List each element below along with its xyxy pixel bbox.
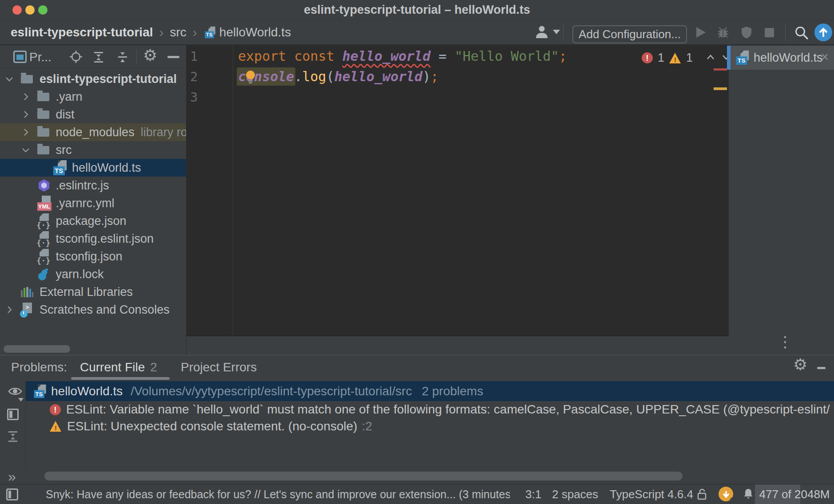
breadcrumb-project[interactable]: eslint-typescript-tutorial (11, 25, 153, 39)
json-icon: {·} (37, 213, 52, 228)
user-account-button[interactable] (534, 24, 560, 39)
tree-item-dist[interactable]: dist (0, 106, 186, 123)
plugin-update-icon[interactable]: ⚙ (719, 487, 733, 501)
code-line[interactable]: export const hello_world = "Hello World"… (238, 46, 567, 67)
project-panel-title[interactable]: Pr... (29, 50, 52, 64)
hide-panel-button[interactable] (167, 56, 179, 58)
tree-item-yarn-lock[interactable]: yarn.lock (0, 265, 186, 283)
status-message[interactable]: Snyk: Have any ideas or feedback for us?… (46, 484, 510, 504)
folder-icon (37, 110, 52, 119)
chevron-right-icon[interactable] (21, 127, 37, 137)
yml-icon: YML (37, 196, 52, 211)
tree-item-label: .yarnrc.yml (56, 197, 115, 210)
typescript-file-icon: TS (34, 384, 46, 398)
stop-button[interactable] (765, 28, 774, 37)
arrow-up-icon (818, 27, 828, 38)
intention-bulb-icon[interactable] (244, 70, 257, 86)
tree-item-src[interactable]: src (0, 141, 186, 159)
breadcrumb-folder[interactable]: src (170, 25, 186, 39)
line-number: 2 (190, 67, 203, 87)
tree-item-tsconfig-eslint-json[interactable]: {·}tsconfig.eslint.json (0, 230, 186, 248)
titlebar: eslint-typescript-tutorial – helloWorld.… (0, 0, 834, 20)
view-options-button[interactable] (8, 386, 23, 399)
chevron-down-icon[interactable] (4, 74, 21, 84)
caret-position-widget[interactable]: 3:1 (525, 484, 541, 504)
tree-item-scratches-and-consoles[interactable]: >Scratches and Consoles (0, 301, 186, 319)
run-button[interactable] (696, 27, 706, 38)
tree-item--yarnrc-yml[interactable]: YML.yarnrc.yml (0, 194, 186, 212)
chevron-down-icon[interactable] (21, 145, 37, 155)
debug-button[interactable] (717, 26, 729, 41)
warning-stripe-mark[interactable] (714, 87, 727, 90)
error-stripe-mark[interactable] (714, 68, 727, 71)
tab-current-file[interactable]: Current File2 (80, 360, 157, 374)
previous-problem-button[interactable] (705, 51, 716, 65)
tree-item-eslint-typescript-tutorial[interactable]: eslint-typescript-tutorial (0, 70, 186, 88)
tree-item-tsconfig-json[interactable]: {·}tsconfig.json (0, 248, 186, 265)
tab-helloworld[interactable]: TS helloWorld.ts × (727, 46, 834, 70)
gear-icon[interactable]: ⚙ (143, 47, 157, 63)
tab-project-errors[interactable]: Project Errors (181, 360, 257, 374)
close-icon[interactable]: × (821, 49, 829, 64)
run-with-coverage-button[interactable] (741, 26, 752, 41)
indent-widget[interactable]: 2 spaces (552, 484, 598, 504)
close-window-button[interactable] (12, 5, 22, 15)
typescript-file-icon: TS (736, 51, 749, 65)
locate-file-icon[interactable] (69, 50, 83, 65)
code-area[interactable]: export const hello_world = "Hello World"… (233, 45, 729, 335)
problems-panel-label: Problems: (11, 360, 67, 374)
collapse-all-icon[interactable] (116, 51, 129, 65)
hidden-toolbar-icon[interactable]: » (8, 469, 16, 485)
open-preview-button[interactable] (7, 409, 19, 420)
tree-item-external-libraries[interactable]: External Libraries (0, 283, 186, 301)
warning-icon (50, 421, 62, 432)
zoom-window-button[interactable] (38, 5, 48, 15)
typescript-version-widget[interactable]: TypeScript 4.6.4 (610, 484, 693, 504)
add-configuration-button[interactable]: Add Configuration... (572, 25, 687, 43)
tree-item-node-modules[interactable]: node_moduleslibrary root (0, 123, 186, 141)
problem-file-row[interactable]: TS helloWorld.ts /Volumes/v/yytypescript… (26, 381, 834, 401)
problem-row-warning[interactable]: ESLint: Unexpected console statement. (n… (26, 418, 834, 435)
code-line[interactable]: console.log(hello_world); (238, 67, 439, 87)
problems-panel: Problems: Current File2 Project Errors ⚙… (0, 355, 834, 469)
chevron-right-icon[interactable] (4, 305, 21, 315)
tree-item--eslintrc-js[interactable]: .eslintrc.js (0, 177, 186, 194)
chevron-right-icon[interactable] (21, 92, 37, 102)
breadcrumb: eslint-typescript-tutorial › src › TS he… (11, 20, 291, 44)
hide-panel-button[interactable] (817, 367, 826, 369)
error-icon (50, 404, 61, 415)
problem-message: ESLint: Variable name `hello_world` must… (66, 402, 830, 417)
inspection-widget: 1 1 (642, 51, 731, 65)
expand-all-icon[interactable] (92, 51, 105, 65)
update-available-button[interactable] (814, 24, 832, 41)
error-icon (642, 52, 653, 63)
tool-windows-icon[interactable] (6, 488, 18, 500)
notifications-bell-icon[interactable] (743, 488, 754, 503)
editor[interactable]: 123 export const hello_world = "Hello Wo… (187, 45, 729, 336)
tree-item-package-json[interactable]: {·}package.json (0, 212, 186, 230)
project-tree: eslint-typescript-tutorial.yarndistnode_… (0, 70, 186, 319)
eye-icon (8, 386, 23, 397)
horizontal-scrollbar[interactable] (44, 472, 683, 480)
gear-icon[interactable]: ⚙ (793, 357, 807, 373)
project-horizontal-scrollbar[interactable] (4, 345, 70, 353)
breadcrumb-file[interactable]: helloWorld.ts (219, 25, 291, 39)
project-view-icon[interactable] (13, 51, 27, 65)
expand-all-button[interactable] (7, 431, 19, 444)
chevron-down-icon (18, 398, 24, 402)
eslint-icon (37, 178, 52, 193)
problem-line-reference: :2 (362, 419, 372, 433)
project-panel-header: Pr... ⚙ (0, 45, 186, 68)
tree-item-helloworld-ts[interactable]: TShelloWorld.ts (0, 159, 186, 177)
json-icon: {·} (37, 249, 52, 264)
warning-count: 1 (686, 51, 693, 65)
lock-icon[interactable] (696, 488, 708, 504)
tree-item-label: yarn.lock (56, 268, 104, 281)
memory-indicator[interactable]: 477 of 2048M (755, 484, 834, 504)
search-everywhere-button[interactable] (794, 25, 809, 42)
tree-item--yarn[interactable]: .yarn (0, 88, 186, 106)
minimize-window-button[interactable] (25, 5, 35, 15)
more-options-icon[interactable]: ⋮ (778, 333, 793, 350)
chevron-right-icon[interactable] (21, 110, 37, 119)
problem-row-error[interactable]: ESLint: Variable name `hello_world` must… (26, 401, 834, 418)
